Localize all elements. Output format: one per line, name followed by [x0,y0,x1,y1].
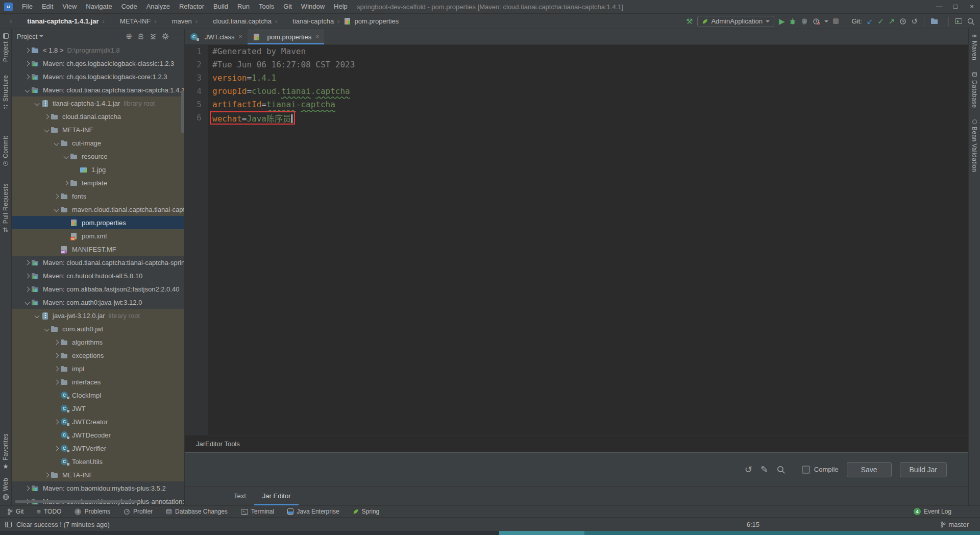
tree-row[interactable]: tianai-captcha-1.4.1.jar library root [12,96,184,110]
statusbar-database-changes-button[interactable]: Database Changes [166,508,228,515]
save-button[interactable]: Save [847,462,892,477]
tree-row[interactable]: algorithms [12,335,184,349]
tree-row[interactable]: 1.jpg [12,163,184,176]
tool-window-structure[interactable]: Structure [2,75,9,109]
tree-chevron-icon[interactable] [42,115,51,118]
tree-chevron-icon[interactable] [42,327,51,331]
breadcrumb-item[interactable]: › cloud.tianai.captcha [192,17,272,25]
layout-icon[interactable] [5,522,12,527]
editor-tab[interactable]: JWT.class [185,29,248,44]
menu-item[interactable]: Refactor [175,0,209,13]
statusbar-java-enterprise-button[interactable]: Java Enterprise [287,508,339,515]
menu-item[interactable]: Run [233,0,254,13]
editor-mode-tab[interactable]: Jar Editor [254,487,299,505]
tree-row[interactable]: cut-image [12,136,184,150]
event-log-button[interactable]: 4 Event Log [914,508,951,515]
close-icon[interactable] [239,33,242,40]
tree-chevron-icon[interactable] [62,181,70,185]
code-line[interactable]: #Generated by Maven [212,45,968,58]
code-line[interactable]: #Tue Jun 06 16:27:08 CST 2023 [212,58,968,71]
tree-chevron-icon[interactable] [23,487,31,490]
run-button[interactable]: ▶ [779,17,785,25]
git-commit-button[interactable]: ✓ [877,17,884,25]
tree-row[interactable]: Maven: ch.qos.logback:logback-classic:1.… [12,57,184,70]
tree-row[interactable]: Maven: cloud.tianai.captcha:tianai-captc… [12,256,184,269]
minimize-button[interactable]: — [931,0,947,13]
horizontal-scrollbar[interactable] [15,500,138,503]
breadcrumb-item[interactable]: › maven [151,17,191,25]
tool-window-web[interactable]: Web [2,478,9,500]
tree-chevron-icon[interactable] [33,102,41,105]
breadcrumb-item[interactable]: › META-INF [99,17,151,25]
tree-chevron-icon[interactable] [52,341,60,344]
close-button[interactable]: × [964,0,980,13]
tree-chevron-icon[interactable] [33,314,41,318]
menu-item[interactable]: File [17,0,37,13]
tree-chevron-icon[interactable] [23,261,31,264]
compile-checkbox[interactable]: Compile [802,466,839,474]
tree-chevron-icon[interactable] [23,287,31,291]
tool-window-pull-requests[interactable]: Pull Requests [2,183,9,233]
tool-window-database[interactable]: Database [971,71,978,108]
tree-chevron-icon[interactable] [23,274,31,278]
tree-row[interactable]: cloud.tianai.captcha [12,110,184,123]
chevron-down-icon[interactable] [39,35,43,37]
tree-chevron-icon[interactable] [23,48,31,52]
tree-row[interactable]: JWTDecoder [12,428,184,442]
settings-gear-icon[interactable] [162,33,169,40]
tree-row[interactable]: exceptions [12,349,184,362]
tool-window-bean-validation[interactable]: Bean Validation [971,119,978,172]
tree-chevron-icon[interactable] [52,141,60,145]
breadcrumb-item[interactable]: › tianai-captcha [272,17,334,25]
run-with-coverage-button[interactable] [813,18,820,25]
tree-chevron-icon[interactable] [52,380,60,384]
editor-mode-tab[interactable]: Text [226,487,254,505]
statusbar-spring-button[interactable]: Spring [353,508,380,515]
caret-position-widget[interactable]: 6:15 [747,521,760,528]
statusbar-profiler-button[interactable]: Profiler [124,508,153,515]
menu-item[interactable]: Git [279,0,297,13]
search-icon[interactable] [776,465,786,474]
tree-row[interactable]: resource [12,150,184,163]
tree-row[interactable]: pom.properties [12,216,184,229]
tree-row[interactable]: interfaces [12,375,184,388]
tree-chevron-icon[interactable] [23,62,31,65]
tree-chevron-icon[interactable] [52,354,60,357]
tree-row[interactable]: template [12,176,184,189]
menu-item[interactable]: Navigate [81,0,116,13]
tree-row[interactable]: com.auth0.jwt [12,322,184,335]
git-history-button[interactable] [899,18,906,25]
tree-row[interactable]: JWTVerifier [12,442,184,455]
code-line[interactable]: version=1.4.1 [212,71,968,85]
tree-chevron-icon[interactable] [23,88,31,92]
tree-chevron-icon[interactable] [23,75,31,79]
tree-chevron-icon[interactable] [62,155,70,158]
undo-icon[interactable]: ↺ [745,465,752,474]
expand-all-icon[interactable] [137,33,144,40]
locate-file-icon[interactable]: ⊕ [126,32,132,41]
menu-item[interactable]: Analyze [142,0,175,13]
tree-chevron-icon[interactable] [52,208,60,211]
chevron-down-icon[interactable] [824,20,828,22]
tree-row[interactable]: JWTCreator [12,415,184,428]
menu-item[interactable]: Build [209,0,233,13]
tool-window-commit[interactable]: Commit [2,136,9,166]
code-line[interactable]: artifactId=tianai-captcha [212,98,968,111]
close-icon[interactable] [315,33,319,40]
debug-button[interactable] [789,18,796,25]
tool-window-project[interactable]: Project [2,33,9,62]
statusbar-terminal-button[interactable]: >_ Terminal [241,508,274,515]
remote-host-folder-icon[interactable] [930,17,940,25]
statusbar-problems-button[interactable]: ! Problems [75,508,110,515]
tree-row[interactable]: TokenUtils [12,455,184,468]
menu-item[interactable]: Window [297,0,329,13]
profile-button[interactable] [801,18,808,25]
tree-chevron-icon[interactable] [42,128,51,132]
code-line[interactable]: wechat=Java陈序员 [212,111,968,125]
run-configuration-select[interactable]: AdminApplication [697,16,774,27]
build-hammer-icon[interactable]: ⚒ [686,17,693,25]
tree-row[interactable]: Maven: cloud.tianai.captcha:tianai-captc… [12,83,184,96]
git-rollback-button[interactable]: ↺ [911,17,918,25]
tree-row[interactable]: MANIFEST.MF [12,242,184,256]
hide-panel-icon[interactable]: — [174,32,181,40]
